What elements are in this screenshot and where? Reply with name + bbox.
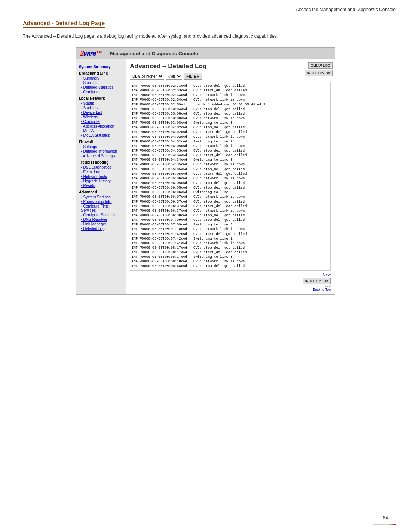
sidebar-section-troubleshooting: Troubleshooting xyxy=(79,160,123,165)
insert-mark-button-top[interactable]: INSERT MARK xyxy=(305,70,333,76)
sidebar-item-provisioning-info[interactable]: Provisioning Info xyxy=(79,200,123,204)
sidebar-item-statistics-ln[interactable]: Statistics xyxy=(79,106,123,110)
sidebar-item-network-tests[interactable]: Network Tests xyxy=(79,174,123,179)
sidebar-section-broadband: Broadband Link xyxy=(79,71,123,75)
section-description: The Advanced – Detailed Log page is a de… xyxy=(23,33,388,40)
log-area: INF P0000-00-00T00:02:33cvd: CVD: stop_d… xyxy=(130,82,331,271)
filter-level-select[interactable]: DBG or higher xyxy=(130,73,164,80)
sidebar-item-dns-resolver[interactable]: DNS Resolver xyxy=(79,217,123,222)
sidebar-item-status[interactable]: Status xyxy=(79,101,123,105)
sidebar-item-wireless[interactable]: Wireless xyxy=(79,115,123,119)
next-link[interactable]: Next xyxy=(303,273,331,277)
console-box: 2wire™ Management and Diagnostic Console… xyxy=(76,47,335,295)
main-panel: Advanced – Detailed Log CLEAR LOG INSERT… xyxy=(126,59,335,294)
sidebar-item-moca-statistics[interactable]: MoCA Statistics xyxy=(79,133,123,137)
sidebar-item-system-settings[interactable]: System Settings xyxy=(79,195,123,199)
sidebar: System Summary Broadband Link Summary St… xyxy=(76,59,126,294)
insert-mark-button-bottom[interactable]: INSERT MARK xyxy=(303,278,331,284)
filter-category-select[interactable]: (All) xyxy=(166,73,182,80)
sidebar-item-configure-bb[interactable]: Configure xyxy=(79,90,123,94)
page-header: Access the Management and Diagnostic Con… xyxy=(0,0,411,16)
sidebar-item-advanced-settings[interactable]: Advanced Settings xyxy=(79,154,123,158)
sidebar-item-summary[interactable]: Summary xyxy=(79,76,123,80)
sidebar-item-configure-ln[interactable]: Configure xyxy=(79,120,123,124)
filter-bar: DBG or higher (All) FILTER xyxy=(130,73,331,80)
clear-log-button[interactable]: CLEAR LOG xyxy=(308,62,333,69)
sidebar-item-event-log[interactable]: Event Log xyxy=(79,170,123,174)
sidebar-section-local-network: Local Network xyxy=(79,96,123,101)
sidebar-item-link-manager[interactable]: Link Manager xyxy=(79,222,123,226)
sidebar-item-address-allocation[interactable]: Address Allocation xyxy=(79,124,123,128)
console-header-title: Management and Diagnostic Console xyxy=(110,51,198,56)
sidebar-item-dsl-diagnostics[interactable]: DSL Diagnostics xyxy=(79,165,123,169)
console-body: System Summary Broadband Link Summary St… xyxy=(76,59,335,294)
back-to-top-link[interactable]: Back to Top xyxy=(303,288,331,291)
sidebar-section-system-summary[interactable]: System Summary xyxy=(79,65,123,69)
sidebar-item-upgrade-history[interactable]: Upgrade History xyxy=(79,179,123,183)
sidebar-item-detailed-info[interactable]: Detailed Information xyxy=(79,149,123,153)
sidebar-section-advanced: Advanced xyxy=(79,190,123,194)
sidebar-item-configure-services[interactable]: Configure Services xyxy=(79,213,123,217)
sidebar-item-device-list[interactable]: Device List xyxy=(79,110,123,115)
sidebar-item-settings-fw[interactable]: Settings xyxy=(79,145,123,149)
filter-button[interactable]: FILTER xyxy=(184,73,202,80)
page-footer-bar xyxy=(373,524,396,525)
sidebar-item-configure-time[interactable]: Configure Time Services xyxy=(79,204,123,212)
page-number: 64 xyxy=(383,515,388,521)
sidebar-item-statistics[interactable]: Statistics xyxy=(79,81,123,85)
sidebar-item-detailed-log[interactable]: Detailed Log xyxy=(79,227,123,231)
main-title: Advanced – Detailed Log xyxy=(130,62,331,70)
section-title: Advanced - Detailed Log Page xyxy=(23,20,105,28)
sidebar-item-detailed-statistics[interactable]: Detailed Statistics xyxy=(79,85,123,89)
sidebar-item-moca[interactable]: MoCA xyxy=(79,129,123,133)
console-header: 2wire™ Management and Diagnostic Console xyxy=(76,48,335,59)
sidebar-item-resets[interactable]: Resets xyxy=(79,184,123,188)
sidebar-section-firewall: Firewall xyxy=(79,140,123,144)
console-logo: 2wire™ xyxy=(80,50,102,58)
